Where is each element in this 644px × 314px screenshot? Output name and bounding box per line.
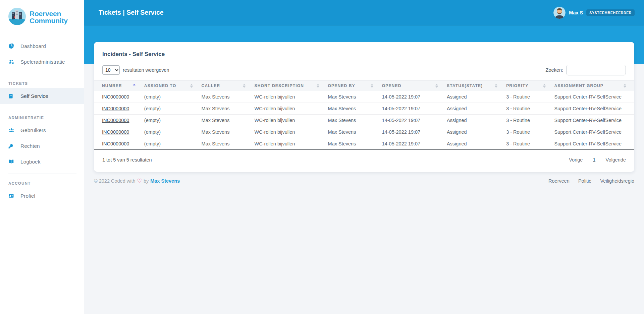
incident-link[interactable]: INC0000000 — [102, 106, 129, 111]
cell-number: INC0000000 — [94, 103, 144, 115]
incidents-table: NUMBER ASSIGNED TO CALLER SHORT DES — [94, 80, 634, 150]
sort-icon — [317, 84, 319, 88]
sidebar-item-speleradministratie[interactable]: Speleradministratie — [0, 54, 84, 70]
cell-caller: Max Stevens — [202, 91, 255, 103]
pagination-previous-button[interactable]: Vorige — [569, 157, 583, 163]
community-logo-icon — [8, 7, 26, 27]
cell-status: Assigned — [447, 91, 506, 103]
sidebar-item-self-service[interactable]: Self Service — [0, 88, 84, 104]
incidents-card: Incidents - Self Service 10 resultaten w… — [94, 42, 634, 172]
sort-icon — [371, 84, 373, 88]
column-header-assignment-group[interactable]: ASSIGNMENT GROUP — [554, 81, 634, 91]
sidebar: Roerveen Community Dashboard — [0, 0, 84, 314]
footer-link-veiligheidsregio[interactable]: Veiligheidsregio — [600, 178, 634, 184]
user-menu[interactable]: Max S SYSTEEMBEHEERDER — [553, 7, 635, 19]
sidebar-item-label: Profiel — [20, 193, 35, 199]
sort-icon — [495, 84, 497, 88]
cell-status: Assigned — [447, 115, 506, 126]
cell-assigned-to: (empty) — [144, 103, 202, 115]
incident-link[interactable]: INC0000000 — [102, 118, 129, 123]
cell-short-description: WC-rollen bijvullen — [254, 138, 328, 150]
open-book-icon — [8, 159, 15, 165]
sidebar-item-profiel[interactable]: Profiel — [0, 188, 84, 204]
cell-number: INC0000000 — [94, 115, 144, 126]
cell-short-description: WC-rollen bijvullen — [254, 115, 328, 126]
card-footer: 1 tot 5 van 5 resultaten Vorige 1 Volgen… — [94, 150, 634, 171]
results-info: 1 tot 5 van 5 resultaten — [102, 157, 152, 163]
incident-link[interactable]: INC0000000 — [102, 94, 129, 100]
cell-number: INC0000000 — [94, 138, 144, 150]
incident-link[interactable]: INC0000000 — [102, 129, 129, 135]
footer-link-roerveen[interactable]: Roerveen — [548, 178, 570, 184]
cell-assignment-group: Support Center-RV-SelfService — [554, 91, 634, 103]
cell-caller: Max Stevens — [202, 138, 255, 150]
pagination-page-1[interactable]: 1 — [593, 157, 595, 163]
cell-opened-by: Max Stevens — [328, 91, 382, 103]
sidebar-divider — [8, 174, 76, 174]
sort-icon — [624, 84, 626, 88]
sidebar-item-label: Logboek — [20, 159, 40, 165]
page-length-control: 10 resultaten weergeven — [102, 65, 169, 75]
cell-opened: 14-05-2022 19:07 — [382, 103, 447, 115]
brand-logo[interactable]: Roerveen Community — [0, 0, 84, 34]
user-avatar — [553, 7, 566, 19]
search-label: Zoeken: — [546, 67, 563, 73]
sidebar-section-tickets: TICKETS — [0, 78, 84, 88]
cell-caller: Max Stevens — [202, 126, 255, 138]
column-header-assigned-to[interactable]: ASSIGNED TO — [144, 81, 202, 91]
column-header-status[interactable]: STATUS(STATE) — [447, 81, 506, 91]
sidebar-item-label: Self Service — [20, 93, 48, 99]
pagination: Vorige 1 Volgende — [569, 157, 626, 163]
footer-link-politie[interactable]: Politie — [578, 178, 592, 184]
cell-opened: 14-05-2022 19:07 — [382, 115, 447, 126]
author-link[interactable]: Max Stevens — [150, 178, 180, 184]
sidebar-item-label: Rechten — [20, 143, 40, 149]
cell-opened-by: Max Stevens — [328, 103, 382, 115]
users-gear-icon — [8, 59, 15, 65]
role-badge: SYSTEEMBEHEERDER — [586, 9, 635, 16]
book-icon — [8, 93, 15, 99]
cell-assigned-to: (empty) — [144, 115, 202, 126]
search-input[interactable] — [566, 65, 626, 75]
column-header-opened-by[interactable]: OPENED BY — [328, 81, 382, 91]
cell-short-description: WC-rollen bijvullen — [254, 91, 328, 103]
users-icon — [8, 128, 15, 133]
sort-icon — [190, 84, 193, 88]
sidebar-item-label: Dashboard — [20, 43, 46, 49]
sidebar-nav: Dashboard Speleradministratie TICKETS — [0, 34, 84, 204]
cell-status: Assigned — [447, 126, 506, 138]
column-header-opened[interactable]: OPENED — [382, 81, 447, 91]
sidebar-section-administratie: ADMINISTRATIE — [0, 112, 84, 122]
sort-icon — [543, 84, 546, 88]
cell-short-description: WC-rollen bijvullen — [254, 103, 328, 115]
sidebar-item-dashboard[interactable]: Dashboard — [0, 38, 84, 54]
content: Incidents - Self Service 10 resultaten w… — [84, 42, 644, 184]
sidebar-item-gebruikers[interactable]: Gebruikers — [0, 122, 84, 138]
column-header-priority[interactable]: PRIORITY — [506, 81, 554, 91]
cell-assigned-to: (empty) — [144, 91, 202, 103]
sidebar-item-rechten[interactable]: Rechten — [0, 138, 84, 154]
pagination-next-button[interactable]: Volgende — [606, 157, 626, 163]
cell-opened: 14-05-2022 19:07 — [382, 126, 447, 138]
cell-assignment-group: Support Center-RV-SelfService — [554, 103, 634, 115]
cell-priority: 3 - Routine — [506, 115, 554, 126]
sidebar-section-account: ACCOUNT — [0, 178, 84, 188]
main-area: Tickets | Self Service Max S SYSTEEMBEHE… — [84, 0, 644, 184]
sidebar-item-logboek[interactable]: Logboek — [0, 154, 84, 170]
cell-caller: Max Stevens — [202, 115, 255, 126]
page-length-select[interactable]: 10 — [102, 65, 120, 75]
table-row: INC0000000(empty)Max StevensWC-rollen bi… — [94, 138, 634, 150]
column-header-short-description[interactable]: SHORT DESCRIPTION — [254, 81, 328, 91]
sort-icon — [435, 84, 438, 88]
cell-assignment-group: Support Center-RV-SelfService — [554, 138, 634, 150]
column-header-number[interactable]: NUMBER — [94, 81, 144, 91]
page-title: Tickets | Self Service — [99, 9, 164, 16]
cell-assignment-group: Support Center-RV-SelfService — [554, 115, 634, 126]
sidebar-item-label: Speleradministratie — [20, 59, 65, 65]
cell-priority: 3 - Routine — [506, 91, 554, 103]
incident-link[interactable]: INC0000000 — [102, 141, 129, 146]
heart-icon: ♡ — [137, 178, 142, 184]
cell-opened-by: Max Stevens — [328, 126, 382, 138]
column-header-caller[interactable]: CALLER — [202, 81, 255, 91]
page-footer: © 2022 Coded with ♡ by Max Stevens Roerv… — [84, 172, 644, 184]
